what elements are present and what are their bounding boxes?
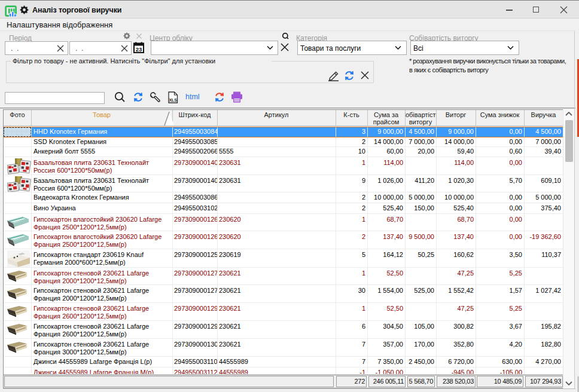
svg-text:23: 23: [136, 46, 142, 53]
svg-text:XLS: XLS: [169, 98, 177, 102]
